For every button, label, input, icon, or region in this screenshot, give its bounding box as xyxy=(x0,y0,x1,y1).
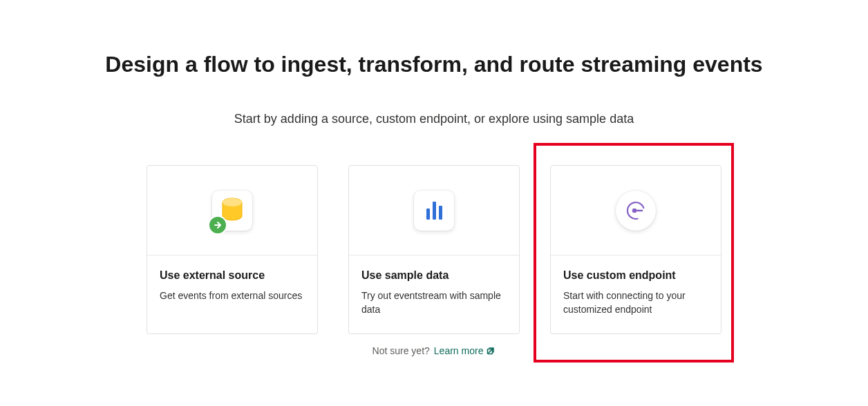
svg-point-4 xyxy=(632,208,636,212)
learn-more-link[interactable]: Learn more xyxy=(434,345,496,356)
card-title: Use custom endpoint xyxy=(563,269,708,282)
card-desc: Try out eventstream with sample data xyxy=(361,289,507,317)
endpoint-icon xyxy=(616,191,656,231)
card-use-sample-data[interactable]: Use sample data Try out eventstream with… xyxy=(348,165,520,334)
database-icon xyxy=(212,191,252,231)
card-body: Use external source Get events from exte… xyxy=(147,255,317,319)
card-icon-area xyxy=(147,166,317,255)
card-title: Use external source xyxy=(160,269,305,282)
card-desc: Get events from external sources xyxy=(160,289,305,302)
card-icon-area xyxy=(551,166,721,255)
page-subtitle: Start by adding a source, custom endpoin… xyxy=(234,112,634,126)
arrow-right-icon xyxy=(208,215,227,235)
external-link-icon xyxy=(486,346,496,356)
card-body: Use sample data Try out eventstream with… xyxy=(349,255,519,334)
footer-prompt: Not sure yet? Learn more xyxy=(372,345,496,356)
card-icon-area xyxy=(349,166,519,255)
cards-row: Use external source Get events from exte… xyxy=(147,165,721,334)
bar-chart-icon xyxy=(414,191,454,231)
footer-prompt-text: Not sure yet? xyxy=(372,345,430,356)
page-title: Design a flow to ingest, transform, and … xyxy=(105,52,762,77)
card-body: Use custom endpoint Start with connectin… xyxy=(551,255,721,334)
card-use-external-source[interactable]: Use external source Get events from exte… xyxy=(147,165,318,334)
page-container: Design a flow to ingest, transform, and … xyxy=(0,0,868,356)
card-use-custom-endpoint[interactable]: Use custom endpoint Start with connectin… xyxy=(550,165,721,334)
card-desc: Start with connecting to your customized… xyxy=(563,289,708,317)
learn-more-label: Learn more xyxy=(434,345,484,356)
svg-point-1 xyxy=(223,198,242,206)
card-title: Use sample data xyxy=(361,269,507,282)
